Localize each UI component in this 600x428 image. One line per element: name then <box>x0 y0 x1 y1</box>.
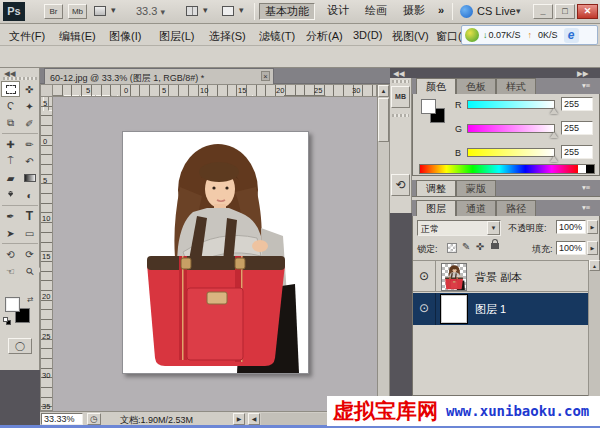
lock-paint-icon[interactable]: ✎ <box>462 241 470 252</box>
tool-history-brush[interactable]: ↶ <box>20 153 39 169</box>
ie-icon[interactable]: e <box>564 28 579 43</box>
visibility-eye-icon[interactable]: ⊙ <box>419 271 429 281</box>
cs-live-button[interactable]: CS Live ▾ <box>460 4 530 20</box>
tab-layers[interactable]: 图层 <box>416 200 456 216</box>
view-extras-button[interactable]: ▾ <box>94 5 124 19</box>
hscroll-left-icon[interactable]: ◀ <box>248 413 260 425</box>
workspace-design[interactable]: 设计 <box>321 3 355 20</box>
panel-menu-icon[interactable]: ▾≡ <box>582 81 590 90</box>
lock-move-icon[interactable]: ✜ <box>476 241 484 252</box>
history-panel-icon[interactable]: ⟲ <box>391 174 410 196</box>
tool-spot-healing-brush[interactable]: ✚ <box>1 136 20 152</box>
tab-swatches[interactable]: 色板 <box>456 78 496 94</box>
tab-color[interactable]: 颜色 <box>416 78 456 94</box>
fill-value[interactable]: 100% <box>556 241 586 255</box>
tool-zoom[interactable]: ⚲ <box>17 259 42 284</box>
close-tab-icon[interactable]: × <box>261 71 270 81</box>
menu-edit[interactable]: 编辑(E) <box>56 28 99 45</box>
channel-b-thumb[interactable] <box>550 156 558 162</box>
tool-path-selection[interactable]: ➤ <box>1 225 20 241</box>
layer-name[interactable]: 图层 1 <box>475 302 506 317</box>
panel-menu-icon[interactable]: ▾≡ <box>582 183 590 192</box>
tool-brush[interactable]: ✏ <box>20 136 39 152</box>
canvas-image[interactable] <box>122 131 309 374</box>
tool-3d-rotate[interactable]: ⟲ <box>1 246 20 262</box>
menu-3d[interactable]: 3D(D) <box>350 28 385 42</box>
tool-gradient[interactable] <box>20 170 39 186</box>
collapse-icon-dock-icon[interactable]: ◀◀ <box>393 69 405 78</box>
collapse-panels-icon[interactable]: ▶▶ <box>577 69 589 78</box>
menu-select[interactable]: 选择(S) <box>206 28 249 45</box>
canvas-vertical-scrollbar[interactable]: ▲ ▼ <box>377 84 390 411</box>
panel-menu-icon[interactable]: ▾≡ <box>582 203 590 212</box>
menu-layer[interactable]: 图层(L) <box>156 28 197 45</box>
tool-move[interactable]: ✜ <box>20 81 39 97</box>
restore-button[interactable]: □ <box>555 4 575 19</box>
scrollbar-thumb[interactable] <box>378 98 389 142</box>
arrange-documents-button[interactable]: ▾ <box>186 5 216 19</box>
channel-r-value[interactable]: 255 <box>561 97 593 111</box>
channel-g-thumb[interactable] <box>550 132 558 138</box>
tool-eyedropper[interactable]: ✐ <box>20 115 39 131</box>
channel-b-value[interactable]: 255 <box>561 145 593 159</box>
minimize-button[interactable]: _ <box>533 4 553 19</box>
layer-thumbnail[interactable] <box>441 263 467 291</box>
opacity-value[interactable]: 100% <box>556 220 586 234</box>
timer-icon[interactable]: ◷ <box>87 413 101 425</box>
menu-filter[interactable]: 滤镜(T) <box>256 28 298 45</box>
swap-colors-icon[interactable]: ⇄ <box>27 295 33 304</box>
default-colors-icon[interactable] <box>3 317 12 326</box>
channel-r-thumb[interactable] <box>550 108 558 114</box>
lock-all-icon[interactable] <box>491 243 499 249</box>
menu-file[interactable]: 文件(F) <box>6 28 48 45</box>
workspace-overflow-button[interactable]: » <box>433 3 449 20</box>
tab-styles[interactable]: 样式 <box>496 78 536 94</box>
zoom-level-control[interactable]: 33.3 ▾ <box>136 5 180 19</box>
layer-row-background-copy[interactable]: ⊙ 背景 副本 <box>413 260 600 292</box>
tab-adjustments[interactable]: 调整 <box>416 180 456 196</box>
tool-clone-stamp[interactable]: ⍑ <box>1 153 20 169</box>
channel-g-slider[interactable] <box>467 124 555 133</box>
fill-flyout-icon[interactable]: ▶ <box>587 241 598 255</box>
close-button[interactable]: ✕ <box>577 4 598 19</box>
opacity-flyout-icon[interactable]: ▶ <box>587 220 598 234</box>
tool-eraser[interactable]: ▰ <box>1 170 20 186</box>
color-spectrum-ramp[interactable] <box>419 164 595 174</box>
bridge-button[interactable]: Br <box>44 4 63 19</box>
channel-g-value[interactable]: 255 <box>561 121 593 135</box>
ruler-origin-box[interactable] <box>40 84 53 97</box>
status-flyout-icon[interactable]: ▶ <box>233 413 245 425</box>
tool-rectangle-shape[interactable]: ▭ <box>20 225 39 241</box>
foreground-color-swatch[interactable] <box>421 99 436 114</box>
tab-masks[interactable]: 蒙版 <box>456 180 496 196</box>
tab-paths[interactable]: 路径 <box>496 200 536 216</box>
tool-crop[interactable]: ⧉ <box>1 115 20 131</box>
scroll-up-icon[interactable]: ▲ <box>378 85 389 97</box>
tool-pen[interactable]: ✒ <box>1 208 20 224</box>
channel-b-slider[interactable] <box>467 148 555 157</box>
document-tab[interactable]: 60-12.jpg @ 33.3% (图层 1, RGB/8#) * × <box>44 68 274 84</box>
network-monitor-widget[interactable]: ↓ 0.07K/S ↑ 0K/S e <box>461 25 598 45</box>
top-ruler[interactable]: 5 0 5 10 15 20 25 30 <box>53 84 377 97</box>
tool-rectangular-marquee[interactable] <box>1 81 20 97</box>
status-zoom-input[interactable]: 33.33% <box>41 413 83 425</box>
blend-mode-dropdown[interactable]: 正常 ▼ <box>417 220 501 236</box>
tool-dodge[interactable]: ◐ <box>20 187 39 203</box>
menu-view[interactable]: 视图(V) <box>389 28 432 45</box>
canvas-area[interactable] <box>53 97 377 411</box>
layer-name[interactable]: 背景 副本 <box>475 270 522 285</box>
mini-bridge-button[interactable]: Mb <box>68 4 87 19</box>
menu-analysis[interactable]: 分析(A) <box>303 28 346 45</box>
visibility-eye-icon[interactable]: ⊙ <box>419 303 429 313</box>
screen-mode-button[interactable]: ▾ <box>222 5 252 19</box>
tool-blur[interactable]: ♠ <box>1 187 20 203</box>
channel-r-slider[interactable] <box>467 100 555 109</box>
quick-mask-button[interactable]: ◯ <box>8 338 32 354</box>
layer-thumbnail[interactable] <box>441 295 467 323</box>
workspace-painting[interactable]: 绘画 <box>359 3 393 20</box>
foreground-color-swatch[interactable] <box>5 297 20 312</box>
mini-bridge-panel-icon[interactable]: MB <box>391 86 410 108</box>
layers-scrollbar[interactable]: ▲ <box>588 260 600 396</box>
left-ruler[interactable]: 5 0 5 10 15 20 25 30 35 <box>40 97 53 411</box>
tool-type[interactable]: T <box>20 208 39 224</box>
